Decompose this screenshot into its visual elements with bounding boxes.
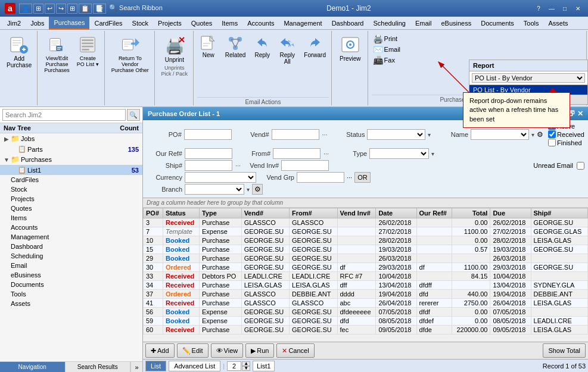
table-row[interactable]: 34 Received Purchase LEISA.GLAS LEISA.GL… (144, 281, 588, 290)
received-checkbox[interactable] (548, 130, 556, 138)
nav-item-email[interactable]: Email (0, 261, 142, 270)
help-button[interactable]: ? (533, 4, 544, 13)
table-row[interactable]: 37 Ordered Purchase GLASSCO DEBBIE.ANT d… (144, 290, 588, 299)
search-button[interactable]: 🔍 (127, 109, 140, 121)
table-row[interactable]: 33 Received Debtors PO LEADLI.CRE LEADLI… (144, 272, 588, 281)
menu-scheduling[interactable]: Scheduling (368, 17, 410, 30)
preview-button[interactable]: Preview (337, 33, 364, 64)
finished-checkbox[interactable] (548, 139, 556, 146)
view-edit-purchase-button[interactable]: View/EditPurchasePurchases (41, 33, 73, 75)
table-row[interactable]: 7 Template Expense GEORGE.SU GEORGE.SU 2… (144, 227, 588, 236)
status-tab-advanced[interactable]: Advanced List (169, 361, 220, 371)
quick-access-6[interactable]: 📋 (79, 4, 92, 14)
col-type[interactable]: Type (199, 208, 241, 218)
or-button[interactable]: OR (354, 172, 371, 183)
nav-tab-search-results[interactable]: Search Results (66, 362, 131, 372)
forward-button[interactable]: Forward (301, 33, 329, 60)
list-num-down[interactable]: ▼ (242, 366, 250, 371)
col-total[interactable]: Total (452, 208, 490, 218)
nav-item-ebusiness[interactable]: eBusiness (0, 270, 142, 280)
menu-jim2[interactable]: Jim2 (2, 17, 26, 30)
menu-accounts[interactable]: Accounts (242, 17, 279, 30)
related-button[interactable]: Related (222, 33, 248, 60)
col-status[interactable]: Status (163, 208, 199, 218)
table-row[interactable]: 59 Booked Expense GEORGE.SU GEORGE.SU df… (144, 317, 588, 326)
menu-email[interactable]: Email (410, 17, 437, 30)
nav-item-scheduling[interactable]: Scheduling (0, 251, 142, 261)
unread-email-checkbox[interactable] (577, 162, 584, 170)
nav-item-management[interactable]: Management (0, 232, 142, 242)
pick-pack-label[interactable]: Pick / Pack (161, 71, 188, 77)
table-row[interactable]: 56 Booked Expense GEORGE.SU GEORGE.SU df… (144, 308, 588, 317)
ship-input[interactable] (185, 160, 232, 171)
vend-grp-dots[interactable]: ··· (347, 174, 352, 181)
nav-item-quotes[interactable]: Quotes (0, 204, 142, 213)
view-button[interactable]: 👁 View (211, 343, 244, 358)
nav-item-assets[interactable]: Assets (0, 299, 142, 308)
col-date[interactable]: Date (376, 208, 416, 218)
minimize-button[interactable]: — (546, 4, 557, 13)
col-due[interactable]: Due (490, 208, 531, 218)
nav-item-jobs-expand[interactable]: ▶ 📁 Jobs (0, 133, 142, 144)
table-row[interactable]: 29 Booked Purchase GEORGE.SU GEORGE.SU 2… (144, 254, 588, 263)
col-ship[interactable]: Ship# (531, 208, 587, 218)
menu-ebusiness[interactable]: eBusiness (436, 17, 476, 30)
print-button[interactable]: 🖨️ Print (372, 33, 584, 44)
nav-bottom-arrow[interactable]: » (130, 362, 142, 372)
col-po[interactable]: PO# (144, 208, 163, 218)
status-select[interactable] (367, 129, 425, 140)
our-ref-input[interactable] (185, 148, 232, 159)
menu-stock[interactable]: Stock (127, 17, 154, 30)
from-input[interactable] (273, 148, 321, 159)
close-content-icon[interactable]: ✕ (577, 110, 583, 118)
report-dropdown[interactable]: PO List - By Vendor (469, 71, 587, 85)
vend-grp-input[interactable] (297, 172, 344, 183)
create-po-list-button[interactable]: CreatePO List ▾ (74, 33, 102, 69)
menu-cardfiles[interactable]: CardFiles (89, 17, 127, 30)
cancel-button[interactable]: ✕ Cancel (276, 343, 314, 358)
name-settings-icon[interactable]: ⚙ (537, 130, 543, 139)
quick-access-1[interactable]: 👤 (19, 4, 32, 14)
new-button[interactable]: New (197, 33, 220, 60)
email-report-button[interactable]: ✉️ Email (372, 44, 584, 55)
add-purchase-button[interactable]: AddPurchase (4, 33, 35, 70)
add-button[interactable]: ✚ Add (145, 343, 175, 358)
branch-settings-button[interactable]: ⚙ (252, 184, 263, 195)
branch-select[interactable] (185, 184, 244, 195)
currency-select[interactable] (185, 172, 256, 183)
quick-access-2[interactable]: ⊞ (33, 4, 43, 14)
run-button[interactable]: ▶ Run (245, 343, 274, 358)
show-total-button[interactable]: Show Total (543, 343, 586, 358)
nav-item-accounts[interactable]: Accounts (0, 223, 142, 232)
nav-item-tools[interactable]: Tools (0, 289, 142, 299)
menu-assets[interactable]: Assets (544, 17, 573, 30)
type-select[interactable] (369, 148, 429, 159)
nav-item-list1[interactable]: 📋 List1 53 (0, 165, 142, 175)
list-name-item[interactable]: List1 (253, 361, 275, 371)
unprints-label[interactable]: Unprints (164, 65, 185, 71)
nav-item-dashboard[interactable]: Dashboard (0, 242, 142, 251)
list-number-input[interactable] (227, 361, 241, 371)
table-row[interactable]: 60 Received Purchase GEORGE.SU GEORGE.SU… (144, 326, 588, 335)
close-button[interactable]: ✕ (573, 4, 583, 13)
col-ourref[interactable]: Our Ref# (416, 208, 452, 218)
quick-access-7[interactable]: 📑 (93, 4, 106, 14)
menu-documents[interactable]: Documents (476, 17, 519, 30)
nav-item-stock[interactable]: Stock (0, 185, 142, 194)
nav-item-projects[interactable]: Projects (0, 194, 142, 204)
quick-access-3[interactable]: ↩ (45, 4, 55, 14)
edit-button[interactable]: ✏️ Edit (177, 343, 209, 358)
maximize-button[interactable]: □ (559, 4, 570, 13)
col-vend[interactable]: Vend# (241, 208, 289, 218)
menu-jobs[interactable]: Jobs (26, 17, 49, 30)
table-row[interactable]: 41 Received Purchase GLASSCO GLASSCO abc… (144, 299, 588, 308)
col-vendinv[interactable]: Vend Inv# (337, 208, 376, 218)
return-to-vendor-button[interactable]: Return ToVendorPurchase Other (108, 33, 152, 75)
report-select[interactable]: PO List - By Vendor (472, 73, 585, 83)
menu-purchases[interactable]: Purchases (49, 17, 89, 30)
table-row[interactable]: 3 Received Purchase GLASSCO GLASSCO 26/0… (144, 218, 588, 227)
menu-items[interactable]: Items (217, 17, 242, 30)
nav-item-purchases-expand[interactable]: ▼ 📁 Purchases (0, 154, 142, 165)
reply-all-button[interactable]: ReplyAll (276, 33, 298, 67)
table-row[interactable]: 10 Booked Purchase GEORGE.SU GEORGE.SU 2… (144, 236, 588, 245)
